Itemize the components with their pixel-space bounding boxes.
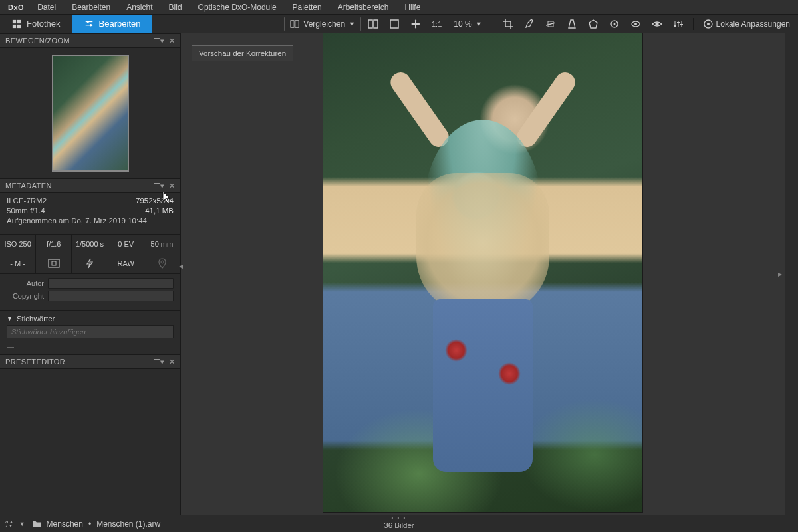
metadata-body: ILCE-7RM2 7952x5304 50mm f/1.4 41,1 MB A… (0, 193, 180, 230)
canvas-area[interactable]: Vorschau der Korrekturen ▸ (181, 33, 785, 515)
breadcrumb[interactable]: Menschen • Menschen (1).arw (32, 519, 161, 529)
metadata-title: METADATEN (5, 182, 52, 190)
mode-tab-row: Fotothek Bearbeiten Vergleichen ▼ 1:1 10… (0, 15, 798, 33)
keywords-header[interactable]: ▼ Stichwörter (0, 311, 180, 325)
adjust-tool-button[interactable] (669, 16, 688, 32)
toolbar-separator (693, 18, 694, 30)
svg-point-27 (707, 23, 710, 25)
app-logo: DxO (4, 3, 28, 11)
navigator-thumbnail[interactable] (52, 55, 129, 172)
svg-rect-9 (295, 20, 299, 27)
svg-point-19 (655, 22, 658, 25)
horizon-tool-button[interactable] (541, 16, 560, 32)
menu-dxo-modules[interactable]: Optische DxO-Module (192, 1, 283, 14)
menu-help[interactable]: Hilfe (398, 1, 427, 14)
local-adjustments-button[interactable]: Lokale Anpassungen (699, 16, 794, 32)
exif-grid: ISO 250 f/1.6 1/5000 s 0 EV 50 mm - M - … (0, 234, 180, 274)
metadata-header: METADATEN ☰▾ ✕ (0, 178, 180, 193)
svg-point-16 (613, 23, 615, 25)
move-button[interactable] (406, 16, 425, 32)
svg-point-5 (86, 20, 89, 23)
menu-palettes[interactable]: Paletten (286, 1, 329, 14)
preview-corrections-label: Vorschau der Korrekturen (192, 45, 293, 61)
perspective-tool-button[interactable] (563, 16, 581, 32)
svg-rect-28 (49, 259, 59, 267)
keywords-title: Stichwörter (17, 315, 55, 323)
fit-button[interactable] (385, 16, 404, 32)
image-viewport[interactable] (323, 33, 642, 512)
panel-close-icon[interactable]: ✕ (169, 182, 175, 190)
svg-rect-10 (368, 20, 372, 28)
right-panel-grip[interactable]: ▸ (777, 259, 783, 289)
left-panel: BEWEGEN/ZOOM ☰▾ ✕ METADATEN ☰▾ ✕ ILCE-7R… (0, 33, 181, 515)
panel-splitter-grip[interactable]: ◂ (178, 253, 184, 279)
sort-button[interactable]: a ▴z ▾ (5, 520, 13, 528)
compare-icon (290, 19, 299, 29)
zoom-dropdown[interactable]: 10 % ▼ (448, 17, 487, 31)
panel-menu-icon[interactable]: ☰▾ (154, 182, 165, 190)
tab-bearbeiten-label: Bearbeiten (99, 19, 141, 29)
meta-captured: Aufgenommen am Do, 7. Mrz 2019 10:44 (7, 217, 147, 225)
right-collapse-bar (785, 33, 798, 515)
panel-close-icon[interactable]: ✕ (169, 37, 175, 45)
chevron-down-icon: ▼ (7, 315, 13, 322)
zoom-value: 10 % (454, 19, 471, 29)
chevron-down-icon: ▼ (349, 21, 355, 27)
navigator-panel (0, 48, 180, 178)
side-by-side-button[interactable] (364, 16, 382, 32)
breadcrumb-file: Menschen (1).arw (96, 519, 160, 529)
menu-file[interactable]: Datei (31, 1, 63, 14)
tab-bearbeiten[interactable]: Bearbeiten (72, 15, 153, 33)
keywords-empty: — (0, 342, 180, 354)
navigator-header: BEWEGEN/ZOOM ☰▾ ✕ (0, 33, 180, 48)
menu-bar: DxO Datei Bearbeiten Ansicht Bild Optisc… (0, 0, 798, 15)
meta-iso: ISO 250 (0, 235, 36, 253)
viewer-toolbar: Vergleichen ▼ 1:1 10 % ▼ Lokale Anpassun… (280, 15, 798, 33)
preset-title: PRESETEDITOR (5, 358, 65, 366)
breadcrumb-folder: Menschen (47, 519, 83, 529)
svg-rect-11 (374, 20, 378, 28)
main-area: BEWEGEN/ZOOM ☰▾ ✕ METADATEN ☰▾ ✕ ILCE-7R… (0, 33, 798, 515)
svg-rect-2 (13, 24, 16, 27)
svg-rect-1 (17, 19, 21, 23)
svg-rect-25 (680, 24, 683, 25)
panel-close-icon[interactable]: ✕ (169, 358, 175, 366)
svg-rect-24 (677, 22, 680, 23)
polygon-tool-button[interactable] (584, 16, 602, 32)
redeye-tool-button[interactable] (626, 16, 645, 32)
preset-panel (0, 369, 180, 515)
svg-rect-8 (291, 20, 294, 27)
panel-menu-icon[interactable]: ☰▾ (154, 37, 165, 45)
eye-preview-button[interactable] (648, 16, 666, 32)
grid-icon (12, 19, 21, 29)
tab-fotothek[interactable]: Fotothek (0, 15, 72, 33)
svg-point-30 (161, 261, 164, 263)
folder-icon (32, 520, 41, 528)
svg-rect-29 (52, 261, 56, 265)
compare-dropdown[interactable]: Vergleichen ▼ (284, 17, 361, 31)
meta-gps-icon (144, 253, 180, 274)
zoom-1-1-button[interactable]: 1:1 (428, 17, 446, 31)
photo-content (323, 33, 642, 512)
menu-view[interactable]: Ansicht (120, 1, 159, 14)
eyedropper-tool-button[interactable] (520, 16, 539, 32)
author-field[interactable] (48, 278, 174, 289)
svg-rect-3 (17, 24, 21, 27)
meta-filesize: 41,1 MB (145, 207, 174, 215)
meta-metering-icon (36, 253, 72, 274)
copyright-field[interactable] (48, 291, 174, 301)
keywords-input[interactable]: Stichwörter hinzufügen (7, 325, 174, 338)
target-icon (703, 19, 714, 29)
local-adjustments-label: Lokale Anpassungen (716, 19, 790, 29)
zoom-ratio-label: 1:1 (432, 20, 442, 28)
repair-tool-button[interactable] (605, 16, 624, 32)
chevron-down-icon[interactable]: ▼ (19, 521, 25, 527)
toolbar-separator (493, 18, 493, 30)
menu-edit[interactable]: Bearbeiten (65, 1, 117, 14)
menu-workspace[interactable]: Arbeitsbereich (331, 1, 396, 14)
crop-tool-button[interactable] (499, 16, 517, 32)
filmstrip-toggle-grip[interactable]: • • • (392, 515, 407, 521)
menu-image[interactable]: Bild (162, 1, 189, 14)
panel-menu-icon[interactable]: ☰▾ (154, 358, 165, 366)
sliders-icon (84, 19, 94, 29)
